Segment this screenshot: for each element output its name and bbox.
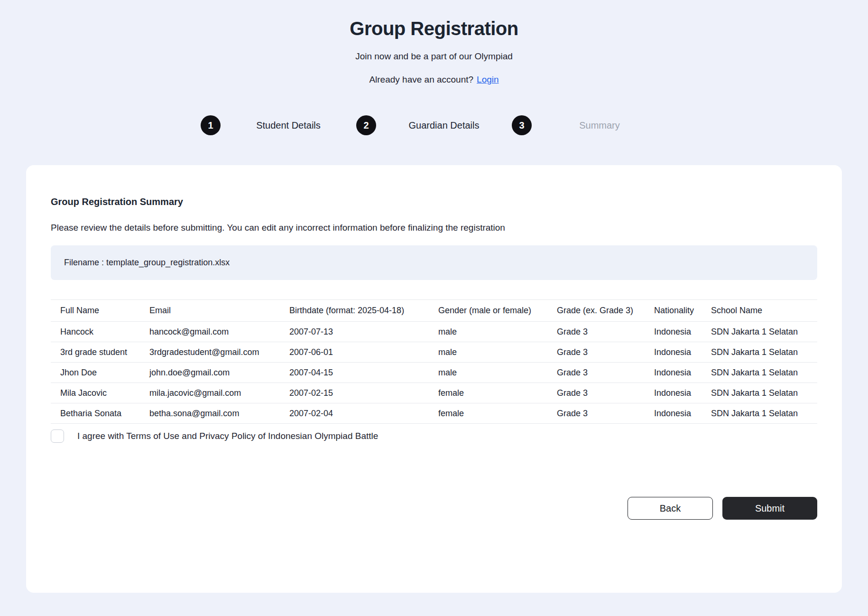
cell-grade: Grade 3 [547, 342, 645, 363]
col-header-grade: Grade (ex. Grade 3) [547, 300, 645, 322]
cell-email: mila.jacovic@gmail.com [140, 383, 280, 403]
table-header-row: Full Name Email Birthdate (format: 2025-… [51, 300, 817, 322]
cell-nationality: Indonesia [645, 403, 702, 424]
cell-email: john.doe@gmail.com [140, 363, 280, 383]
back-button[interactable]: Back [628, 497, 713, 520]
filename-label: Filename : template_group_registration.x… [64, 258, 230, 267]
cell-gender: female [429, 383, 547, 403]
cell-email: betha.sona@gmail.com [140, 403, 280, 424]
step-2-label: Guardian Details [376, 120, 512, 131]
students-table: Full Name Email Birthdate (format: 2025-… [51, 299, 817, 424]
summary-description: Please review the details before submitt… [51, 223, 817, 233]
table-row: Hancock hancock@gmail.com 2007-07-13 mal… [51, 322, 817, 342]
col-header-full-name: Full Name [51, 300, 140, 322]
col-header-gender: Gender (male or female) [429, 300, 547, 322]
login-row: Already have an account?Login [0, 75, 868, 85]
cell-grade: Grade 3 [547, 322, 645, 342]
terms-checkbox[interactable] [51, 429, 64, 443]
cell-email: 3rdgradestudent@gmail.com [140, 342, 280, 363]
cell-school-name: SDN Jakarta 1 Selatan [702, 322, 817, 342]
cell-birthdate: 2007-06-01 [280, 342, 429, 363]
cell-nationality: Indonesia [645, 363, 702, 383]
col-header-school-name: School Name [702, 300, 817, 322]
cell-school-name: SDN Jakarta 1 Selatan [702, 403, 817, 424]
cell-full-name: 3rd grade student [51, 342, 140, 363]
cell-nationality: Indonesia [645, 383, 702, 403]
step-3-circle: 3 [512, 115, 532, 135]
cell-birthdate: 2007-02-15 [280, 383, 429, 403]
summary-card: Group Registration Summary Please review… [26, 165, 842, 593]
cell-gender: male [429, 322, 547, 342]
col-header-nationality: Nationality [645, 300, 702, 322]
step-guardian-details: 2 Guardian Details [356, 115, 512, 135]
cell-school-name: SDN Jakarta 1 Selatan [702, 342, 817, 363]
step-1-circle: 1 [201, 115, 221, 135]
table-row: 3rd grade student 3rdgradestudent@gmail.… [51, 342, 817, 363]
table-row: Mila Jacovic mila.jacovic@gmail.com 2007… [51, 383, 817, 403]
submit-button[interactable]: Submit [722, 497, 817, 520]
step-2-circle: 2 [356, 115, 376, 135]
step-student-details: 1 Student Details [201, 115, 356, 135]
cell-nationality: Indonesia [645, 342, 702, 363]
cell-full-name: Hancock [51, 322, 140, 342]
table-row: Betharia Sonata betha.sona@gmail.com 200… [51, 403, 817, 424]
col-header-birthdate: Birthdate (format: 2025-04-18) [280, 300, 429, 322]
cell-full-name: Betharia Sonata [51, 403, 140, 424]
cell-school-name: SDN Jakarta 1 Selatan [702, 363, 817, 383]
cell-full-name: Mila Jacovic [51, 383, 140, 403]
cell-birthdate: 2007-04-15 [280, 363, 429, 383]
page-header: Group Registration Join now and be a par… [0, 0, 868, 85]
cell-gender: female [429, 403, 547, 424]
agreement-row: I agree with Terms of Use and Privacy Po… [51, 429, 817, 443]
cell-grade: Grade 3 [547, 403, 645, 424]
page-subtitle: Join now and be a part of our Olympiad [0, 51, 868, 62]
cell-grade: Grade 3 [547, 363, 645, 383]
summary-heading: Group Registration Summary [51, 196, 817, 207]
page-title: Group Registration [0, 18, 868, 39]
filename-box: Filename : template_group_registration.x… [51, 245, 817, 280]
cell-gender: male [429, 363, 547, 383]
cell-full-name: Jhon Doe [51, 363, 140, 383]
cell-email: hancock@gmail.com [140, 322, 280, 342]
cell-birthdate: 2007-02-04 [280, 403, 429, 424]
cell-school-name: SDN Jakarta 1 Selatan [702, 383, 817, 403]
cell-gender: male [429, 342, 547, 363]
cell-birthdate: 2007-07-13 [280, 322, 429, 342]
step-summary: 3 Summary [512, 115, 667, 135]
table-row: Jhon Doe john.doe@gmail.com 2007-04-15 m… [51, 363, 817, 383]
col-header-email: Email [140, 300, 280, 322]
step-1-label: Student Details [221, 120, 356, 131]
login-link[interactable]: Login [477, 75, 499, 84]
form-actions: Back Submit [51, 497, 817, 520]
cell-grade: Grade 3 [547, 383, 645, 403]
cell-nationality: Indonesia [645, 322, 702, 342]
login-prompt: Already have an account? [369, 75, 473, 84]
stepper-steps: 1 Student Details 2 Guardian Details 3 S… [201, 115, 667, 135]
stepper: 1 Student Details 2 Guardian Details 3 S… [0, 115, 868, 135]
agreement-label: I agree with Terms of Use and Privacy Po… [77, 431, 378, 441]
step-3-label: Summary [532, 120, 667, 131]
